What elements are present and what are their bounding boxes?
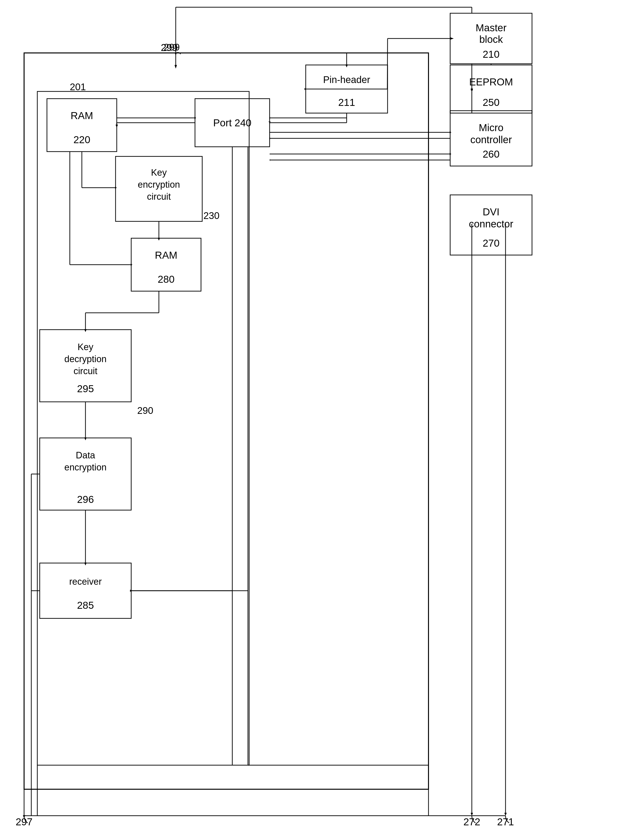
- svg-marker-73: [345, 64, 348, 67]
- master-block-label2: block: [479, 34, 503, 45]
- key-dec-label1: Key: [78, 342, 93, 352]
- label-299-mark: 299: [161, 42, 178, 53]
- svg-marker-2: [450, 37, 454, 40]
- diagram: Master block 210 Pin-header 211 EEPROM 2…: [0, 0, 623, 840]
- ram280-num: 280: [158, 274, 175, 285]
- receiver-num: 285: [77, 600, 94, 611]
- dvi-connector-num: 270: [483, 237, 500, 249]
- key-dec-label3: circuit: [0, 0, 24, 2]
- key-dec-num: 295: [77, 383, 94, 394]
- outer-boundary-box: [24, 53, 428, 789]
- port240-label: Port 240: [213, 117, 252, 129]
- key-enc-label3: circuit: [147, 191, 171, 202]
- ram280-label: RAM: [155, 249, 177, 261]
- receiver-label: receiver: [69, 577, 101, 587]
- ram220-num: 220: [74, 134, 90, 145]
- master-block-num: 210: [483, 49, 500, 60]
- svg-marker-53: [504, 813, 507, 816]
- svg-marker-55: [471, 813, 473, 816]
- svg-line-5: [387, 38, 388, 89]
- key-dec-label2: decryption: [64, 354, 106, 364]
- svg-marker-36: [84, 329, 87, 332]
- label-201: 201: [70, 81, 86, 92]
- inner-boundary-box: [37, 92, 249, 765]
- label-230: 230: [203, 210, 219, 221]
- circuit-diagram: Master block 210 Pin-header 211 EEPROM 2…: [0, 0, 623, 840]
- pin-header-label: Pin-header: [323, 74, 370, 85]
- dvi-connector-label2: connector: [469, 218, 513, 230]
- key-enc-label2: encryption: [138, 179, 180, 190]
- master-block-label: Master: [476, 22, 506, 34]
- label-290: 290: [137, 405, 153, 416]
- micro-controller-label2: controller: [470, 134, 512, 145]
- micro-controller-label1: Micro: [479, 122, 503, 133]
- ram220-label: RAM: [71, 110, 93, 121]
- dvi-connector-label1: DVI: [483, 206, 500, 217]
- data-enc-num: 296: [77, 494, 94, 505]
- pin-header-num: 211: [338, 97, 355, 108]
- eeprom-label: EEPROM: [469, 76, 513, 87]
- svg-marker-4: [175, 65, 177, 69]
- svg-marker-41: [84, 438, 87, 440]
- eeprom-num: 250: [483, 97, 500, 108]
- svg-marker-18: [115, 125, 118, 127]
- data-enc-label2: encryption: [64, 462, 106, 472]
- key-enc-label1: Key: [151, 167, 167, 177]
- key-dec-label3: circuit: [74, 366, 98, 376]
- svg-marker-32: [158, 238, 160, 240]
- svg-marker-43: [84, 563, 87, 565]
- micro-controller-num: 260: [483, 148, 500, 160]
- data-enc-label1: Data: [76, 450, 95, 460]
- svg-marker-51: [270, 159, 270, 161]
